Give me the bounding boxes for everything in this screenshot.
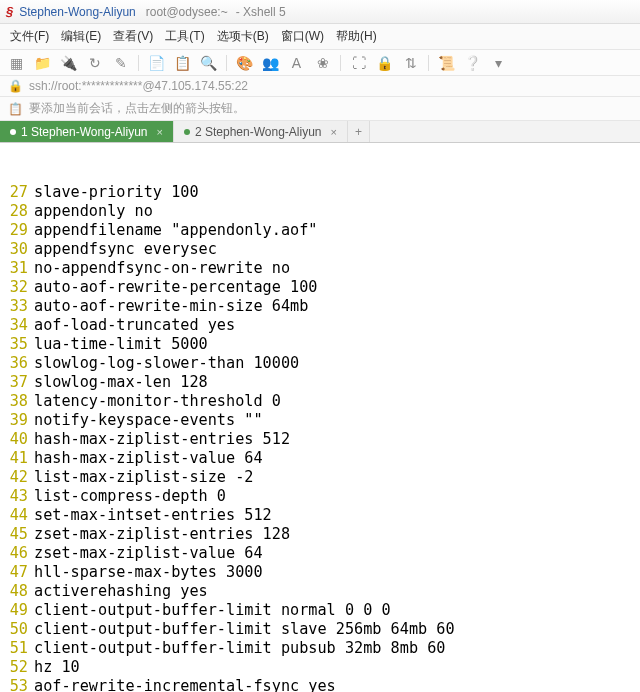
line-number: 46: [0, 544, 34, 563]
session-tabs: 1 Stephen-Wong-Aliyun × 2 Stephen-Wong-A…: [0, 121, 640, 143]
properties-icon[interactable]: ✎: [112, 54, 129, 71]
menu-view[interactable]: 查看(V): [113, 28, 153, 45]
title-app: - Xshell 5: [236, 5, 286, 19]
line-number: 39: [0, 411, 34, 430]
add-tab-button[interactable]: +: [348, 121, 370, 142]
terminal-pane[interactable]: 27slave-priority 10028appendonly no29app…: [0, 143, 640, 692]
toolbar: ▦ 📁 🔌 ↻ ✎ 📄 📋 🔍 🎨 👥 A ❀ ⛶ 🔒 ⇅ 📜 ❔ ▾: [0, 50, 640, 76]
terminal-line: 32auto-aof-rewrite-percentage 100: [0, 278, 640, 297]
line-number: 43: [0, 487, 34, 506]
color-icon[interactable]: 🎨: [236, 54, 253, 71]
line-text: lua-time-limit 5000: [34, 335, 208, 354]
terminal-line: 49client-output-buffer-limit normal 0 0 …: [0, 601, 640, 620]
terminal-line: 40hash-max-ziplist-entries 512: [0, 430, 640, 449]
line-text: activerehashing yes: [34, 582, 208, 601]
line-number: 45: [0, 525, 34, 544]
line-text: auto-aof-rewrite-min-size 64mb: [34, 297, 308, 316]
line-text: no-appendfsync-on-rewrite no: [34, 259, 290, 278]
line-text: appendfsync everysec: [34, 240, 217, 259]
line-number: 33: [0, 297, 34, 316]
line-number: 44: [0, 506, 34, 525]
menu-help[interactable]: 帮助(H): [336, 28, 377, 45]
toolbar-sep: [340, 55, 341, 71]
find-icon[interactable]: 🔍: [200, 54, 217, 71]
line-number: 51: [0, 639, 34, 658]
reconnect-icon[interactable]: ↻: [86, 54, 103, 71]
line-number: 52: [0, 658, 34, 677]
hint-bar: 要添加当前会话，点击左侧的箭头按钮。: [0, 97, 640, 121]
line-number: 34: [0, 316, 34, 335]
dropdown-icon[interactable]: ▾: [490, 54, 507, 71]
line-text: hll-sparse-max-bytes 3000: [34, 563, 263, 582]
terminal-line: 31no-appendfsync-on-rewrite no: [0, 259, 640, 278]
line-text: slowlog-log-slower-than 10000: [34, 354, 299, 373]
font-icon[interactable]: A: [288, 54, 305, 71]
line-text: list-compress-depth 0: [34, 487, 226, 506]
line-text: auto-aof-rewrite-percentage 100: [34, 278, 317, 297]
line-number: 42: [0, 468, 34, 487]
line-text: set-max-intset-entries 512: [34, 506, 272, 525]
line-number: 31: [0, 259, 34, 278]
line-number: 35: [0, 335, 34, 354]
close-icon[interactable]: ×: [157, 126, 163, 138]
toolbar-sep: [428, 55, 429, 71]
line-number: 29: [0, 221, 34, 240]
line-text: appendfilename "appendonly.aof": [34, 221, 317, 240]
copy-icon[interactable]: 📄: [148, 54, 165, 71]
line-text: list-max-ziplist-size -2: [34, 468, 253, 487]
terminal-line: 34aof-load-truncated yes: [0, 316, 640, 335]
line-text: aof-load-truncated yes: [34, 316, 235, 335]
menu-file[interactable]: 文件(F): [10, 28, 49, 45]
encoding-icon[interactable]: ❀: [314, 54, 331, 71]
hint-icon: [8, 102, 23, 116]
line-text: zset-max-ziplist-entries 128: [34, 525, 290, 544]
menu-tools[interactable]: 工具(T): [165, 28, 204, 45]
session-tab-2[interactable]: 2 Stephen-Wong-Aliyun ×: [174, 121, 348, 142]
line-number: 40: [0, 430, 34, 449]
open-icon[interactable]: 📁: [34, 54, 51, 71]
lock-icon[interactable]: 🔒: [376, 54, 393, 71]
terminal-line: 42list-max-ziplist-size -2: [0, 468, 640, 487]
address-bar: ssh://root:*************@47.105.174.55:2…: [0, 76, 640, 97]
address-text[interactable]: ssh://root:*************@47.105.174.55:2…: [29, 79, 248, 93]
ssh-lock-icon: [8, 79, 23, 93]
line-number: 36: [0, 354, 34, 373]
transfer-icon[interactable]: ⇅: [402, 54, 419, 71]
line-text: appendonly no: [34, 202, 153, 221]
menu-bar: 文件(F) 编辑(E) 查看(V) 工具(T) 选项卡(B) 窗口(W) 帮助(…: [0, 24, 640, 50]
terminal-line: 33auto-aof-rewrite-min-size 64mb: [0, 297, 640, 316]
terminal-line: 46zset-max-ziplist-value 64: [0, 544, 640, 563]
line-text: hz 10: [34, 658, 80, 677]
terminal-line: 47hll-sparse-max-bytes 3000: [0, 563, 640, 582]
script-icon[interactable]: 📜: [438, 54, 455, 71]
help-icon[interactable]: ❔: [464, 54, 481, 71]
terminal-line: 50client-output-buffer-limit slave 256mb…: [0, 620, 640, 639]
terminal-line: 38latency-monitor-threshold 0: [0, 392, 640, 411]
line-text: slowlog-max-len 128: [34, 373, 208, 392]
toolbar-sep: [226, 55, 227, 71]
menu-edit[interactable]: 编辑(E): [61, 28, 101, 45]
terminal-line: 43list-compress-depth 0: [0, 487, 640, 506]
terminal-line: 27slave-priority 100: [0, 183, 640, 202]
line-number: 27: [0, 183, 34, 202]
close-icon[interactable]: ×: [331, 126, 337, 138]
line-number: 50: [0, 620, 34, 639]
line-number: 30: [0, 240, 34, 259]
status-dot-icon: [10, 129, 16, 135]
disconnect-icon[interactable]: 🔌: [60, 54, 77, 71]
menu-tabs[interactable]: 选项卡(B): [217, 28, 269, 45]
fullscreen-icon[interactable]: ⛶: [350, 54, 367, 71]
terminal-line: 36slowlog-log-slower-than 10000: [0, 354, 640, 373]
terminal-line: 30appendfsync everysec: [0, 240, 640, 259]
paste-icon[interactable]: 📋: [174, 54, 191, 71]
line-text: hash-max-ziplist-entries 512: [34, 430, 290, 449]
users-icon[interactable]: 👥: [262, 54, 279, 71]
menu-window[interactable]: 窗口(W): [281, 28, 324, 45]
line-text: slave-priority 100: [34, 183, 199, 202]
session-tab-1[interactable]: 1 Stephen-Wong-Aliyun ×: [0, 121, 174, 142]
title-host: root@odysee:~: [146, 5, 228, 19]
tab-label: 2 Stephen-Wong-Aliyun: [195, 125, 322, 139]
title-bar: § Stephen-Wong-Aliyun root@odysee:~ - Xs…: [0, 0, 640, 24]
new-session-icon[interactable]: ▦: [8, 54, 25, 71]
terminal-line: 41hash-max-ziplist-value 64: [0, 449, 640, 468]
